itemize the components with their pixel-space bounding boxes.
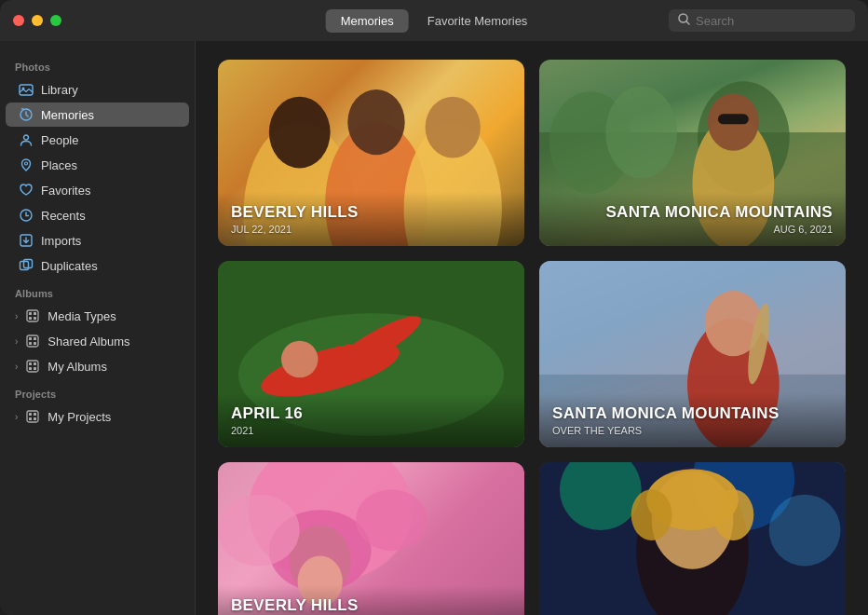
shared-albums-icon xyxy=(25,334,40,348)
svg-point-47 xyxy=(281,341,318,377)
memory-card-beverly-hills-2[interactable]: Beverly Hills JUL 28, 2021 xyxy=(218,462,524,615)
svg-point-6 xyxy=(25,162,28,165)
tab-memories[interactable]: Memories xyxy=(326,9,409,33)
svg-point-58 xyxy=(218,495,300,567)
sidebar-group-my-projects[interactable]: › My Projects xyxy=(6,404,189,429)
media-types-icon xyxy=(25,308,40,323)
tab-favorite-memories[interactable]: Favorite Memories xyxy=(413,9,543,33)
traffic-lights xyxy=(13,15,61,26)
memory-card-santa-monica-1[interactable]: Santa Monica Mountains AUG 6, 2021 xyxy=(539,60,846,246)
minimize-button[interactable] xyxy=(32,15,43,26)
duplicates-label: Duplicates xyxy=(41,259,98,273)
svg-rect-15 xyxy=(34,317,36,320)
close-button[interactable] xyxy=(13,15,24,26)
svg-rect-23 xyxy=(34,362,36,365)
memory-card-beverly-hills-1[interactable]: BEVERLY HILLS JUL 22, 2021 xyxy=(218,60,524,246)
svg-point-63 xyxy=(769,495,841,567)
svg-line-1 xyxy=(686,21,689,24)
library-label: Library xyxy=(41,83,78,97)
sidebar-item-library[interactable]: Library xyxy=(6,77,189,102)
svg-point-32 xyxy=(269,97,331,169)
content-area: BEVERLY HILLS JUL 22, 2021 xyxy=(196,41,868,615)
chevron-right-icon-4: › xyxy=(15,412,18,422)
recents-icon xyxy=(19,208,34,223)
memory-subtitle-3: 2021 xyxy=(231,425,511,436)
memory-title-2: Santa Monica Mountains xyxy=(552,203,833,222)
memory-overlay-3: APRIL 16 2021 xyxy=(218,393,524,447)
library-icon xyxy=(19,82,34,97)
svg-rect-43 xyxy=(718,114,749,124)
favorites-label: Favorites xyxy=(41,184,90,198)
search-input[interactable] xyxy=(696,14,846,28)
svg-rect-22 xyxy=(29,362,32,365)
my-projects-icon xyxy=(25,409,40,424)
favorites-icon xyxy=(19,183,34,198)
memory-card-blue-portrait[interactable] xyxy=(539,462,846,615)
search-box[interactable] xyxy=(669,9,855,32)
memory-subtitle-1: JUL 22, 2021 xyxy=(231,224,511,235)
sidebar-group-media-types[interactable]: › Media Types xyxy=(6,304,189,328)
svg-rect-21 xyxy=(27,361,38,372)
sidebar-item-recents[interactable]: Recents xyxy=(6,203,189,227)
albums-section-label: Albums xyxy=(0,279,195,303)
sidebar-group-my-albums[interactable]: › My Albums xyxy=(6,354,189,378)
shared-albums-label: Shared Albums xyxy=(47,335,129,348)
places-label: Places xyxy=(41,158,77,172)
memory-overlay-2: Santa Monica Mountains AUG 6, 2021 xyxy=(539,192,846,246)
sidebar-item-memories[interactable]: Memories xyxy=(6,102,189,127)
svg-point-39 xyxy=(605,87,677,179)
memory-title-5: Beverly Hills xyxy=(231,596,511,615)
svg-rect-17 xyxy=(29,337,32,340)
sidebar-item-places[interactable]: Places xyxy=(6,153,189,177)
chevron-right-icon-3: › xyxy=(15,362,18,372)
memory-subtitle-4: OVER THE YEARS xyxy=(552,425,833,436)
sidebar-item-imports[interactable]: Imports xyxy=(6,228,189,253)
svg-point-59 xyxy=(356,489,427,551)
sidebar-item-favorites[interactable]: Favorites xyxy=(6,178,189,202)
maximize-button[interactable] xyxy=(50,15,61,26)
memory-title-4: Santa Monica Mountains xyxy=(552,404,833,423)
memory-overlay-5: Beverly Hills JUL 28, 2021 xyxy=(218,585,524,615)
memory-subtitle-2: AUG 6, 2021 xyxy=(552,224,833,235)
memory-title-3: APRIL 16 xyxy=(231,404,511,423)
svg-rect-11 xyxy=(27,310,38,321)
sidebar-group-shared-albums[interactable]: › Shared Albums xyxy=(6,329,189,353)
imports-icon xyxy=(19,233,34,248)
people-label: People xyxy=(41,133,78,147)
search-icon xyxy=(678,13,690,28)
places-icon xyxy=(19,157,34,172)
my-albums-icon xyxy=(25,359,40,374)
svg-rect-25 xyxy=(34,367,36,370)
svg-point-36 xyxy=(426,97,481,158)
main-layout: Photos Library Memories xyxy=(0,41,868,615)
sidebar-item-people[interactable]: People xyxy=(6,128,189,152)
duplicates-icon xyxy=(19,258,34,273)
svg-rect-30 xyxy=(34,417,36,420)
memories-grid: BEVERLY HILLS JUL 22, 2021 xyxy=(218,60,846,615)
svg-point-67 xyxy=(631,489,672,540)
svg-rect-24 xyxy=(29,367,32,370)
svg-rect-16 xyxy=(27,335,38,347)
chevron-right-icon: › xyxy=(15,311,18,321)
my-albums-label: My Albums xyxy=(47,360,107,374)
memories-icon xyxy=(19,107,34,122)
svg-rect-20 xyxy=(34,342,36,345)
sidebar-item-duplicates[interactable]: Duplicates xyxy=(6,253,189,278)
memory-card-april-16[interactable]: APRIL 16 2021 xyxy=(218,261,524,447)
projects-section-label: Projects xyxy=(0,379,195,403)
chevron-right-icon-2: › xyxy=(15,336,18,347)
tab-bar: Memories Favorite Memories xyxy=(326,9,543,33)
svg-rect-18 xyxy=(34,337,36,340)
titlebar: Memories Favorite Memories xyxy=(0,0,868,41)
svg-rect-27 xyxy=(29,413,32,416)
memory-title-1: BEVERLY HILLS xyxy=(231,203,511,222)
memory-overlay-4: Santa Monica Mountains OVER THE YEARS xyxy=(539,393,846,447)
people-icon xyxy=(19,132,34,147)
svg-rect-14 xyxy=(29,317,32,320)
memory-overlay-1: BEVERLY HILLS JUL 22, 2021 xyxy=(218,192,524,246)
my-projects-label: My Projects xyxy=(47,410,111,424)
imports-label: Imports xyxy=(41,234,81,248)
svg-point-34 xyxy=(347,89,404,155)
media-types-label: Media Types xyxy=(47,309,115,323)
memory-card-santa-monica-2[interactable]: Santa Monica Mountains OVER THE YEARS xyxy=(539,261,846,447)
